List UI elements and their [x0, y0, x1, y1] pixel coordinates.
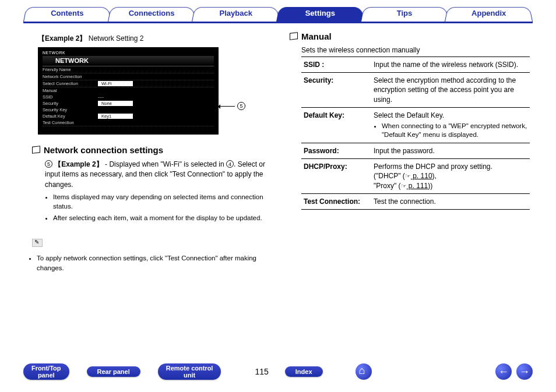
device-row-label: Default Key: [43, 114, 98, 119]
top-nav: Contents Connections Playback Settings T…: [23, 6, 533, 23]
def-desc: Select the Default Key. When connecting …: [371, 107, 530, 143]
device-row-label: Network Connection: [43, 74, 98, 79]
def-key: Password:: [301, 143, 371, 158]
example-title: Network Setting 2: [89, 34, 144, 43]
device-row-label: Security: [43, 101, 98, 106]
prev-page-button[interactable]: ←: [495, 363, 512, 380]
device-screenshot: NETWORK NETWORK Friendly Name Network Co…: [38, 47, 219, 135]
page-link[interactable]: p. 110: [411, 172, 432, 180]
table-row: Security: Select the encryption method a…: [301, 73, 530, 108]
def-desc: Input the name of the wireless network (…: [371, 57, 530, 73]
def-desc-pre: Performs the DHCP and proxy setting.: [374, 163, 492, 171]
device-row-label: Select Connection: [43, 81, 98, 86]
def-key: Test Connection:: [301, 193, 371, 209]
device-title: NETWORK: [43, 56, 214, 66]
def-desc-pre: Select the Default Key.: [374, 111, 444, 119]
paragraph-text: - Displayed when "Wi-Fi" is selected in: [103, 160, 226, 168]
step-number: 5: [45, 160, 52, 168]
table-row: Password: Input the password.: [301, 143, 530, 158]
device-crumb: NETWORK: [43, 51, 214, 55]
section-heading: Network connection settings: [32, 145, 272, 155]
callout-number: 5: [237, 102, 245, 110]
example-label: 【Example 2】 Network Setting 2: [38, 34, 272, 44]
tab-contents[interactable]: Contents: [23, 6, 111, 22]
page-link[interactable]: p. 111: [407, 182, 428, 190]
left-column: 【Example 2】 Network Setting 2 NETWORK NE…: [32, 31, 272, 351]
tab-tips[interactable]: Tips: [361, 6, 449, 22]
section-intro: Sets the wireless connection manually: [301, 46, 530, 54]
device-row-value: Wi-Fi: [98, 81, 133, 86]
arrow-icon: [219, 106, 235, 107]
remote-control-button[interactable]: Remote control unit: [158, 363, 221, 380]
device-row-label: Manual: [43, 88, 98, 93]
device-row-value: None: [98, 101, 133, 106]
page-number: 115: [255, 367, 268, 376]
hand-icon: ☞: [405, 172, 411, 179]
def-desc: Input the password.: [371, 143, 530, 158]
front-panel-button[interactable]: Front/Top panel: [23, 363, 69, 380]
table-row: SSID : Input the name of the wireless ne…: [301, 57, 530, 73]
tab-playback[interactable]: Playback: [192, 6, 280, 22]
def-desc: Test the connection.: [371, 193, 530, 209]
ref-number: 4: [226, 160, 234, 168]
def-key: Security:: [301, 73, 371, 108]
hand-icon: ☞: [401, 182, 407, 189]
table-row: Default Key: Select the Default Key. Whe…: [301, 107, 530, 143]
callout-arrow: 5: [219, 102, 245, 110]
device-row-value: ----: [98, 94, 104, 100]
device-row-label: Test Connection: [43, 120, 98, 125]
section-heading: Manual: [290, 31, 530, 41]
device-row-label: Security Key: [43, 107, 98, 112]
def-bullet: When connecting to a "WEP" encrypted net…: [382, 122, 527, 140]
pencil-icon: [32, 239, 43, 247]
def-desc: Performs the DHCP and proxy setting. ("D…: [371, 159, 530, 194]
device-row-value: Key1: [98, 114, 133, 119]
definition-table: SSID : Input the name of the wireless ne…: [301, 56, 530, 210]
table-row: DHCP/Proxy: Performs the DHCP and proxy …: [301, 159, 530, 194]
device-row-label: SSID: [43, 94, 98, 100]
bullet-item: Items displayed may vary depending on se…: [53, 192, 272, 211]
home-icon[interactable]: [356, 363, 372, 380]
right-column: Manual Sets the wireless connection manu…: [290, 31, 530, 351]
def-key: Default Key:: [301, 107, 371, 143]
tab-appendix[interactable]: Appendix: [445, 6, 533, 22]
def-key: DHCP/Proxy:: [301, 159, 371, 194]
table-row: Test Connection: Test the connection.: [301, 193, 530, 209]
index-button[interactable]: Index: [285, 366, 323, 377]
tab-settings[interactable]: Settings: [276, 6, 364, 22]
paragraph-bold: 【Example 2】: [54, 160, 103, 168]
section-paragraph: 5 【Example 2】 - Displayed when "Wi-Fi" i…: [45, 160, 272, 223]
device-row-label: Friendly Name: [43, 67, 98, 72]
note-text: To apply network connection settings, cl…: [37, 253, 272, 272]
def-desc: Select the encryption method according t…: [371, 73, 530, 108]
rear-panel-button[interactable]: Rear panel: [87, 366, 140, 377]
note-block: To apply network connection settings, cl…: [32, 239, 272, 272]
tab-connections[interactable]: Connections: [108, 6, 196, 22]
def-key: SSID :: [301, 57, 371, 73]
example-tag: 【Example 2】: [38, 34, 86, 43]
bullet-item: After selecting each item, wait a moment…: [53, 213, 272, 223]
next-page-button[interactable]: →: [516, 363, 533, 380]
footer: Front/Top panel Rear panel Remote contro…: [23, 362, 533, 382]
